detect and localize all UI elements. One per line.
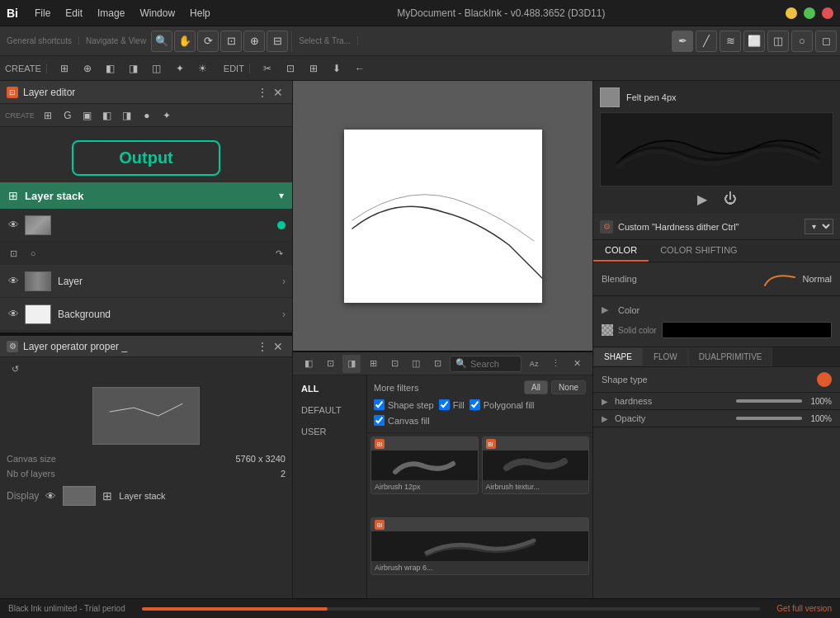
brush-tool-2[interactable]: ≋ bbox=[720, 31, 741, 52]
menu-edit[interactable]: Edit bbox=[59, 4, 89, 22]
edit-copy-btn[interactable]: ⊡ bbox=[281, 59, 300, 78]
layer-row-active[interactable]: 👁 bbox=[0, 209, 292, 242]
layer-editor-menu-btn[interactable]: ⋮ bbox=[254, 86, 271, 99]
solid-color-swatch[interactable] bbox=[662, 322, 832, 338]
menu-window[interactable]: Window bbox=[133, 4, 182, 22]
create-group-btn[interactable]: ⊕ bbox=[78, 59, 97, 78]
bb-icon-4[interactable]: ⊡ bbox=[385, 355, 403, 373]
bb-icon-2[interactable]: ⊡ bbox=[321, 355, 339, 373]
bb-icon-1[interactable]: ◧ bbox=[300, 355, 318, 373]
le-mask-btn[interactable]: ◧ bbox=[99, 107, 116, 124]
le-adj-btn[interactable]: ◨ bbox=[119, 107, 135, 124]
layer-visibility-eye[interactable]: 👁 bbox=[7, 219, 20, 232]
filter-all-btn[interactable]: All bbox=[524, 380, 548, 394]
layer-row-1[interactable]: 👁 Layer › bbox=[0, 265, 292, 298]
check-poly-fill[interactable]: Polygonal fill bbox=[470, 399, 535, 410]
layer-op-refresh[interactable]: ↺ bbox=[7, 361, 23, 377]
layer-stack-title: Layer stack bbox=[25, 190, 279, 202]
brush-cat-all[interactable]: ALL bbox=[293, 379, 366, 399]
zoom-fit-btn[interactable]: ⊟ bbox=[267, 31, 288, 52]
canvas-area[interactable] bbox=[293, 81, 592, 351]
hardness-slider[interactable] bbox=[736, 399, 802, 403]
pen-tool[interactable]: ✒ bbox=[672, 31, 693, 52]
brush-cat-default[interactable]: DEFAULT bbox=[293, 400, 366, 420]
brush-tool-4[interactable]: ◫ bbox=[767, 31, 789, 52]
preview-power-btn[interactable]: ⏻ bbox=[724, 191, 737, 207]
search-input[interactable] bbox=[470, 359, 516, 369]
layer-bg-arrow[interactable]: › bbox=[282, 309, 286, 320]
create-fx-btn[interactable]: ✦ bbox=[171, 59, 189, 78]
custom-brush-select[interactable]: ▾ bbox=[805, 219, 833, 234]
preview-play-btn[interactable]: ▶ bbox=[697, 191, 707, 207]
bb-active[interactable]: ◨ bbox=[342, 355, 361, 373]
display-eye[interactable]: 👁 bbox=[45, 490, 56, 502]
shape-type-dot[interactable] bbox=[817, 372, 832, 387]
create-adj-btn[interactable]: ◨ bbox=[125, 59, 143, 78]
layer-row-bg[interactable]: 👁 Background › bbox=[0, 298, 292, 331]
check-canvas-fill[interactable]: Canvas fill bbox=[374, 415, 430, 426]
pan-btn[interactable]: ✋ bbox=[174, 31, 196, 52]
shape-tab-shape[interactable]: SHAPE bbox=[593, 347, 643, 366]
rotate-btn[interactable]: ⟳ bbox=[197, 31, 219, 52]
bb-icon-6[interactable]: ⊡ bbox=[428, 355, 446, 373]
bb-close-btn[interactable]: ✕ bbox=[568, 355, 586, 373]
minimize-btn[interactable] bbox=[786, 7, 797, 19]
edit-paste-btn[interactable]: ⊞ bbox=[304, 59, 323, 78]
opacity-expand[interactable]: ▶ bbox=[602, 414, 608, 423]
ls-move-btn[interactable]: ↷ bbox=[271, 245, 287, 262]
opacity-slider[interactable] bbox=[736, 417, 802, 420]
menu-file[interactable]: File bbox=[28, 4, 57, 22]
bb-more-btn[interactable]: ⋮ bbox=[546, 355, 564, 373]
hardness-expand[interactable]: ▶ bbox=[602, 397, 608, 406]
erase-tool[interactable]: ◻ bbox=[815, 31, 837, 52]
brush-item-3[interactable]: BI Airbrush wrap 6... bbox=[370, 517, 589, 575]
ls-circle-btn[interactable]: ○ bbox=[25, 245, 41, 262]
create-layer-btn[interactable]: ⊞ bbox=[55, 59, 73, 78]
le-add2-btn[interactable]: G bbox=[59, 107, 76, 124]
filter-none-btn[interactable]: None bbox=[551, 380, 586, 394]
le-fill-btn[interactable]: ● bbox=[139, 107, 155, 124]
layer-bg-eye[interactable]: 👁 bbox=[7, 308, 20, 321]
le-layer-btn[interactable]: ▣ bbox=[79, 107, 96, 124]
close-btn[interactable] bbox=[822, 7, 833, 19]
create-mask-btn[interactable]: ◧ bbox=[101, 59, 120, 78]
layer-op-close-btn[interactable]: ✕ bbox=[271, 340, 286, 353]
color-expand-icon[interactable]: ▶ bbox=[602, 304, 608, 315]
menu-help[interactable]: Help bbox=[183, 4, 217, 22]
maximize-btn[interactable] bbox=[804, 7, 815, 19]
edit-cut-btn[interactable]: ✂ bbox=[258, 59, 276, 78]
tab-color[interactable]: COLOR bbox=[593, 240, 649, 262]
create-sun-btn[interactable]: ☀ bbox=[194, 59, 212, 78]
edit-delete-btn[interactable]: ← bbox=[351, 59, 369, 78]
create-fill-btn[interactable]: ◫ bbox=[148, 59, 166, 78]
bb-icon-5[interactable]: ◫ bbox=[407, 355, 425, 373]
fit-btn[interactable]: ⊡ bbox=[220, 31, 242, 52]
brush-tool-5[interactable]: ○ bbox=[791, 31, 813, 52]
ls-rect-btn[interactable]: ⊡ bbox=[5, 245, 21, 262]
le-add-btn[interactable]: ⊞ bbox=[40, 107, 56, 124]
layer-editor-close-btn[interactable]: ✕ bbox=[271, 86, 286, 99]
tab-color-shifting[interactable]: COLOR SHIFTING bbox=[649, 240, 749, 262]
check-shape-step[interactable]: Shape step bbox=[374, 399, 434, 410]
menu-image[interactable]: Image bbox=[91, 4, 131, 22]
edit-merge-btn[interactable]: ⬇ bbox=[328, 59, 346, 78]
layer-op-menu-btn[interactable]: ⋮ bbox=[254, 340, 271, 353]
zoom-btn[interactable]: 🔍 bbox=[151, 31, 172, 52]
shape-tab-dual[interactable]: DUALPRIMITIVE bbox=[688, 347, 773, 366]
layer-stack-header[interactable]: ⊞ Layer stack ▾ bbox=[0, 182, 292, 209]
layer-thumb bbox=[25, 215, 51, 235]
get-full-btn[interactable]: Get full version bbox=[776, 604, 832, 613]
le-fx-btn[interactable]: ✦ bbox=[158, 107, 175, 124]
check-fill[interactable]: Fill bbox=[439, 399, 465, 410]
shape-tab-flow[interactable]: FLOW bbox=[643, 347, 688, 366]
az-sort-btn[interactable]: Az bbox=[525, 355, 543, 373]
layer-1-eye[interactable]: 👁 bbox=[7, 275, 20, 288]
brush-item-2[interactable]: BI Airbrush textur... bbox=[482, 436, 590, 494]
layer-1-arrow[interactable]: › bbox=[282, 276, 286, 287]
brush-item-1[interactable]: BI Airbrush 12px bbox=[370, 436, 479, 494]
bb-icon-3[interactable]: ⊞ bbox=[364, 355, 382, 373]
brush-cat-user[interactable]: USER bbox=[293, 422, 366, 441]
zoom-in-btn[interactable]: ⊕ bbox=[243, 31, 265, 52]
brush-tool-3[interactable]: ⬜ bbox=[743, 31, 765, 52]
brush-tool-1[interactable]: ╱ bbox=[696, 31, 717, 52]
